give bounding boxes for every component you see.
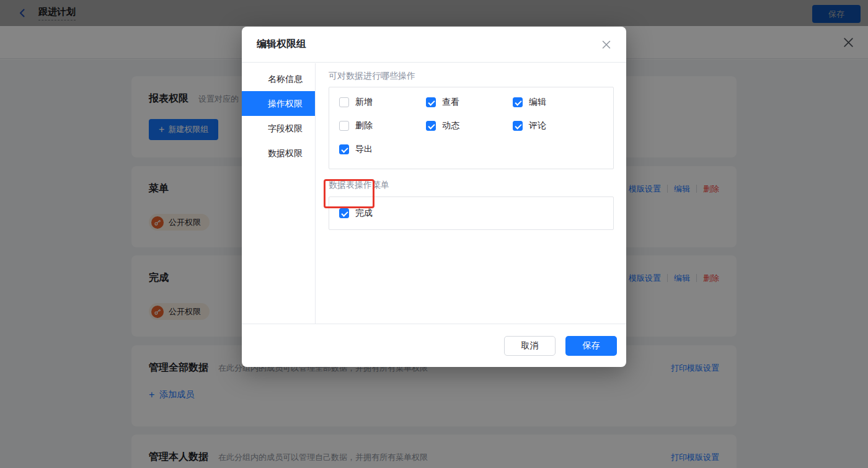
modal-close-icon[interactable] <box>601 40 611 50</box>
checkbox[interactable] <box>513 97 523 107</box>
tab-operation-permission[interactable]: 操作权限 <box>242 91 315 116</box>
modal-tab-list: 名称信息 操作权限 字段权限 数据权限 <box>242 63 316 324</box>
checkbox-label: 查看 <box>442 97 459 108</box>
menu-box: 完成 <box>329 196 614 230</box>
checkbox-label: 删除 <box>355 120 373 131</box>
checkbox-label: 编辑 <box>529 97 546 108</box>
checkbox[interactable] <box>339 144 349 154</box>
menu-group-label: 数据表操作菜单 <box>329 180 614 191</box>
tab-data-permission[interactable]: 数据权限 <box>242 141 315 166</box>
checkbox[interactable] <box>426 97 436 107</box>
checkbox-item-view[interactable]: 查看 <box>426 97 513 108</box>
checkbox-label: 评论 <box>529 120 546 131</box>
checkbox[interactable] <box>339 97 349 107</box>
checkbox[interactable] <box>426 121 436 131</box>
checkbox-label: 新增 <box>355 97 373 108</box>
checkbox-item-export[interactable]: 导出 <box>339 144 426 155</box>
tab-name-info[interactable]: 名称信息 <box>242 66 315 91</box>
modal-content: 可对数据进行哪些操作 新增 查看 编辑 删除 <box>316 63 626 324</box>
cancel-button[interactable]: 取消 <box>504 336 556 356</box>
operations-group-label: 可对数据进行哪些操作 <box>329 71 614 82</box>
tab-field-permission[interactable]: 字段权限 <box>242 116 315 141</box>
checkbox[interactable] <box>513 121 523 131</box>
save-button[interactable]: 保存 <box>565 336 617 356</box>
modal-header: 编辑权限组 <box>242 27 626 63</box>
operations-box: 新增 查看 编辑 删除 动态 <box>329 87 614 169</box>
checkbox-item-add[interactable]: 新增 <box>339 97 426 108</box>
checkbox-item-edit[interactable]: 编辑 <box>513 97 600 108</box>
checkbox-item-comment[interactable]: 评论 <box>513 120 600 131</box>
checkbox-item-delete[interactable]: 删除 <box>339 120 426 131</box>
checkbox-item-activity[interactable]: 动态 <box>426 120 513 131</box>
checkbox-item-complete[interactable]: 完成 <box>339 208 603 219</box>
modal-footer: 取消 保存 <box>242 324 626 367</box>
checkbox-label: 导出 <box>355 144 373 155</box>
checkbox-label: 完成 <box>355 208 373 219</box>
edit-permission-group-modal: 编辑权限组 名称信息 操作权限 字段权限 数据权限 可对数据进行哪些操作 新增 … <box>242 27 626 367</box>
checkbox[interactable] <box>339 208 349 218</box>
modal-title: 编辑权限组 <box>257 38 306 51</box>
checkbox[interactable] <box>339 121 349 131</box>
checkbox-label: 动态 <box>442 120 459 131</box>
